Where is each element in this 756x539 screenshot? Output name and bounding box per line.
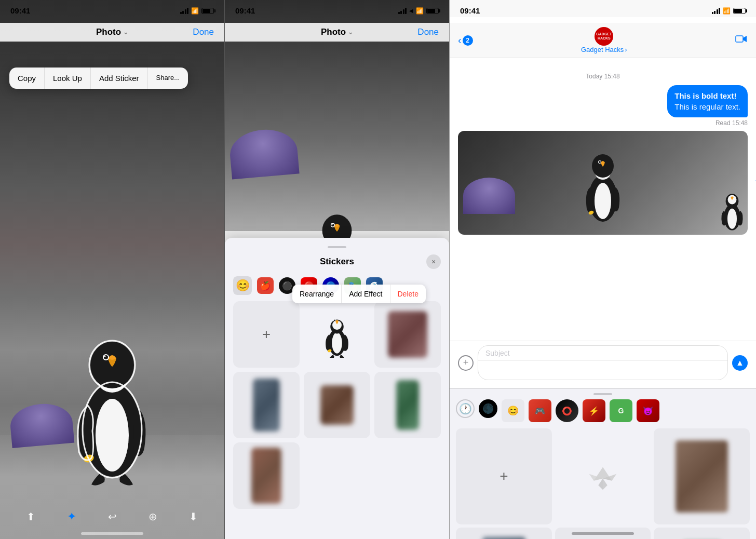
svg-point-19 bbox=[332, 332, 342, 354]
bold-text: This is bold text! bbox=[674, 91, 736, 100]
close-sticker-sheet-button[interactable]: × bbox=[426, 254, 441, 269]
sticker-app-row: 🕐 🌑 😊 🎮 ⭕ ⚡ G 😈 bbox=[450, 397, 756, 426]
blurred-sticker-4[interactable] bbox=[233, 372, 300, 438]
regular-text: This is regular text. bbox=[674, 101, 740, 112]
svg-point-34 bbox=[727, 208, 737, 228]
status-bar-panel2: 09:41 ◀ 📶 bbox=[225, 0, 449, 17]
share-button[interactable]: Share... bbox=[148, 68, 188, 89]
drag-handle-bar bbox=[450, 389, 756, 397]
zoom-icon[interactable]: ⊕ bbox=[148, 510, 157, 523]
battery-icon-3 bbox=[733, 8, 746, 14]
add-sticker-button[interactable]: Add Sticker bbox=[91, 68, 148, 89]
panel-messages: 09:41 📶 ‹ 2 GADGETHACKS Gadget Hacks bbox=[450, 0, 756, 539]
add-sticker-msg-button[interactable]: + bbox=[456, 428, 552, 524]
recents-icon[interactable]: 🕐 bbox=[456, 399, 475, 418]
bottom-toolbar-1: ⬆ ✦ ↩ ⊕ ⬇ bbox=[0, 510, 224, 523]
context-menu: Copy Look Up Add Sticker Share... bbox=[9, 68, 188, 89]
status-time-2: 09:41 bbox=[235, 6, 255, 15]
look-up-button[interactable]: Look Up bbox=[45, 68, 91, 89]
add-sticker-cell[interactable]: + bbox=[233, 301, 300, 368]
signal-icon-2 bbox=[398, 8, 407, 14]
origami-bird-sticker[interactable] bbox=[555, 428, 651, 524]
sticker-context-menu: Rearrange Add Effect Delete bbox=[292, 285, 426, 303]
nav-bar-panel2: Photo ⌄ Done bbox=[225, 23, 449, 42]
contact-info[interactable]: GADGETHACKS Gadget Hacks › bbox=[581, 27, 627, 53]
sticker-app-1[interactable]: 🍎 bbox=[257, 277, 274, 294]
battery-fill-3 bbox=[734, 9, 742, 13]
add-effect-button[interactable]: Add Effect bbox=[342, 285, 390, 303]
sticker-app-icon-4[interactable]: G bbox=[610, 399, 632, 422]
drag-handle-3 bbox=[593, 393, 612, 395]
sticker-sheet: Rearrange Add Effect Delete Stickers × 😊… bbox=[225, 238, 449, 539]
copy-button[interactable]: Copy bbox=[9, 68, 45, 89]
penguin-image bbox=[71, 326, 154, 503]
read-receipt: Read 15:48 bbox=[458, 119, 748, 127]
blurred-sticker-5[interactable] bbox=[304, 372, 370, 438]
photo-message: ⬆ bbox=[458, 131, 748, 235]
home-indicator-3 bbox=[572, 532, 634, 535]
battery-fill-2 bbox=[427, 9, 435, 13]
svg-point-6 bbox=[104, 356, 106, 357]
send-button[interactable]: ▲ bbox=[732, 355, 748, 371]
sticker-title: Stickers bbox=[248, 257, 426, 267]
blurred-msg-sticker-4[interactable] bbox=[654, 528, 750, 539]
messages-nav: ‹ 2 GADGETHACKS Gadget Hacks › bbox=[450, 23, 756, 58]
blurred-msg-sticker-1[interactable] bbox=[654, 428, 750, 524]
status-icons-3: 📶 bbox=[712, 7, 746, 15]
back-button[interactable]: ‹ 2 bbox=[458, 34, 473, 46]
sticker-app-icon-3[interactable]: ⚡ bbox=[583, 399, 605, 422]
sticker-app-icon-1[interactable]: 🎮 bbox=[529, 399, 551, 422]
photo-title-1: Photo ⌄ bbox=[96, 27, 128, 37]
undo-icon[interactable]: ↩ bbox=[108, 510, 117, 523]
emoji-picker-icon[interactable]: 😊 bbox=[502, 399, 524, 422]
battery-fill-1 bbox=[203, 9, 210, 13]
panel-photo-viewer: 09:41 📶 Photo ⌄ Done Copy Look Up Add St… bbox=[0, 0, 225, 539]
battery-icon-2 bbox=[426, 8, 439, 14]
back-badge: 2 bbox=[463, 35, 473, 46]
magic-icon[interactable]: ✦ bbox=[67, 510, 76, 523]
video-call-button[interactable] bbox=[735, 34, 748, 46]
penguin-sticker[interactable] bbox=[304, 301, 370, 368]
signal-icon-1 bbox=[180, 8, 189, 14]
message-field[interactable] bbox=[478, 361, 727, 380]
emoji-smiley-tab[interactable]: 😊 bbox=[233, 276, 252, 295]
blurred-sticker-7[interactable] bbox=[233, 442, 300, 509]
message-input-area: + Subject ▲ bbox=[450, 341, 756, 388]
sticker-app-icon-2[interactable]: ⭕ bbox=[556, 399, 578, 422]
status-time-1: 09:41 bbox=[10, 6, 30, 15]
blurred-sticker-6[interactable] bbox=[374, 372, 441, 438]
share-icon[interactable]: ⬆ bbox=[26, 510, 35, 523]
sticker-app-icon-5[interactable]: 😈 bbox=[637, 399, 659, 422]
chevron-left-icon: ‹ bbox=[458, 34, 462, 46]
rearrange-button[interactable]: Rearrange bbox=[292, 285, 342, 303]
wifi-icon-2: 📶 bbox=[416, 7, 424, 15]
svg-point-1 bbox=[96, 399, 129, 471]
contact-chevron: › bbox=[625, 46, 627, 53]
location-icon: ◀ bbox=[409, 8, 413, 14]
panel-sticker-picker: 09:41 ◀ 📶 Photo ⌄ Done Rearrange bbox=[225, 0, 450, 539]
svg-rect-25 bbox=[736, 36, 743, 42]
svg-point-27 bbox=[595, 183, 611, 219]
status-icons-1: 📶 bbox=[180, 7, 214, 15]
subject-field[interactable]: Subject bbox=[478, 346, 727, 361]
blurred-sticker-3[interactable] bbox=[374, 301, 441, 368]
svg-point-23 bbox=[334, 320, 335, 321]
download-icon[interactable]: ⬇ bbox=[189, 510, 198, 523]
download-photo-button[interactable]: ⬆ bbox=[753, 177, 756, 189]
blurred-msg-sticker-2[interactable] bbox=[456, 528, 552, 539]
contact-name: Gadget Hacks › bbox=[581, 46, 627, 53]
drag-handle bbox=[328, 246, 346, 248]
photo-label-1: Photo bbox=[96, 27, 121, 37]
photo-title-2: Photo ⌄ bbox=[321, 27, 353, 37]
moon-icon[interactable]: 🌑 bbox=[479, 399, 497, 418]
contact-avatar: GADGETHACKS bbox=[595, 27, 613, 46]
sticker-sheet-header: Stickers × bbox=[231, 254, 443, 269]
status-time-3: 09:41 bbox=[460, 6, 480, 15]
delete-button[interactable]: Delete bbox=[390, 285, 426, 303]
add-attachment-button[interactable]: + bbox=[458, 355, 474, 371]
svg-point-16 bbox=[332, 224, 333, 225]
nav-bar-panel1: Photo ⌄ Done bbox=[0, 23, 224, 42]
done-button-2[interactable]: Done bbox=[417, 27, 439, 37]
svg-point-31 bbox=[599, 161, 601, 163]
done-button-1[interactable]: Done bbox=[193, 27, 214, 37]
